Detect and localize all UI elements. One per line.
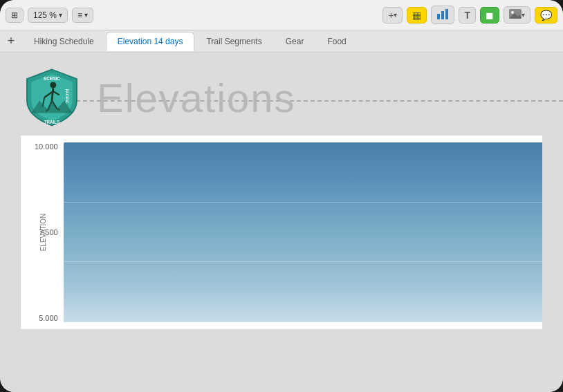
tab-food-label: Food: [327, 37, 346, 46]
comment-icon: 💬: [540, 10, 552, 21]
gridline-2: [64, 261, 542, 262]
media-icon: [509, 9, 522, 21]
shape-button[interactable]: ◼: [480, 7, 499, 24]
toolbar-right: + ▾ ▦ T ◼: [382, 6, 557, 24]
tab-trail-segments-label: Trail Segments: [206, 37, 261, 46]
bar-chart-icon: [436, 8, 449, 21]
tab-trail-segments[interactable]: Trail Segments: [194, 32, 273, 51]
svg-rect-1: [441, 11, 444, 19]
logo-container: SCENIC PACIFIC TRAILS: [21, 66, 83, 129]
tab-elevation-14days-label: Elevation 14 days: [118, 37, 183, 46]
y-axis-label: ELEVATION: [39, 214, 47, 252]
sidebar-toggle-icon: ⊞: [11, 10, 18, 20]
svg-line-7: [52, 88, 53, 101]
list-icon: ≡: [77, 10, 82, 20]
zoom-chevron-icon: ▾: [59, 11, 62, 19]
chart-container: ELEVATION 10.000 7.500 5.000: [21, 136, 542, 329]
shape-icon: ◼: [486, 10, 494, 21]
chart-button[interactable]: [431, 6, 454, 24]
plus-icon: +: [388, 10, 394, 21]
main-content: SCENIC PACIFIC TRAILS Elevations ELE: [0, 53, 563, 392]
page-area: SCENIC PACIFIC TRAILS Elevations ELE: [0, 53, 563, 392]
media-chevron-icon: ▾: [522, 11, 525, 19]
list-chevron-icon: ▾: [84, 11, 88, 19]
y-value-10000: 10.000: [35, 142, 58, 151]
zoom-label: 125 %: [33, 10, 57, 20]
tab-hiking-schedule[interactable]: Hiking Schedule: [22, 32, 106, 51]
toolbar-left: ⊞ 125 % ▾ ≡ ▾: [6, 8, 93, 23]
chart-gradient-area: [64, 142, 542, 322]
list-view-button[interactable]: ≡ ▾: [72, 8, 93, 23]
device-frame: ⊞ 125 % ▾ ≡ ▾ + ▾ ▦: [0, 0, 563, 392]
tab-elevation-14days[interactable]: Elevation 14 days: [106, 32, 195, 51]
tabs-bar: + Hiking Schedule Elevation 14 days Trai…: [0, 30, 563, 53]
comment-button[interactable]: 💬: [535, 7, 557, 24]
page-header: SCENIC PACIFIC TRAILS Elevations: [0, 53, 563, 136]
svg-text:TRAILS: TRAILS: [44, 120, 60, 124]
add-sheet-button[interactable]: +: [3, 33, 19, 50]
gridline-1: [64, 202, 542, 203]
toolbar: ⊞ 125 % ▾ ≡ ▾ + ▾ ▦: [0, 0, 563, 30]
tab-gear-label: Gear: [286, 37, 304, 46]
chart-plot: [64, 136, 542, 329]
add-sheet-icon: +: [8, 34, 15, 48]
page-title: Elevations: [97, 75, 296, 121]
tab-hiking-schedule-label: Hiking Schedule: [34, 37, 94, 46]
table-icon: ▦: [412, 10, 421, 21]
svg-rect-0: [437, 14, 440, 19]
svg-rect-2: [445, 9, 448, 19]
chart-y-axis: ELEVATION 10.000 7.500 5.000: [21, 136, 64, 329]
tab-food[interactable]: Food: [315, 32, 358, 51]
media-button[interactable]: ▾: [504, 6, 530, 24]
zoom-button[interactable]: 125 % ▾: [28, 8, 68, 23]
text-button[interactable]: T: [459, 7, 476, 24]
svg-point-4: [511, 11, 514, 14]
add-object-button[interactable]: + ▾: [382, 7, 403, 24]
tab-gear[interactable]: Gear: [274, 32, 316, 51]
table-button[interactable]: ▦: [407, 7, 427, 24]
y-value-5000: 5.000: [39, 314, 58, 322]
svg-text:SCENIC: SCENIC: [44, 76, 60, 81]
text-icon: T: [464, 10, 470, 21]
add-chevron-icon: ▾: [394, 11, 397, 19]
scenic-pacific-trails-logo: SCENIC PACIFIC TRAILS: [21, 66, 83, 129]
svg-point-6: [50, 82, 56, 88]
sidebar-toggle-button[interactable]: ⊞: [6, 8, 24, 23]
svg-text:PACIFIC: PACIFIC: [65, 89, 69, 104]
